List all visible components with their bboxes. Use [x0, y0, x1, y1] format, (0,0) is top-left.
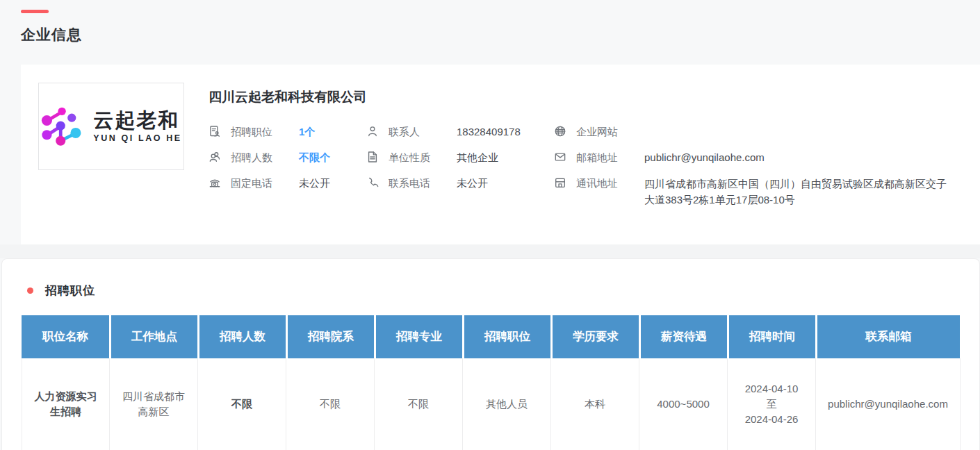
jobs-table: 职位名称 工作地点 招聘人数 招聘院系 招聘专业 招聘职位 学历要求 薪资待遇 … [22, 315, 960, 450]
field-job-positions: 招聘职位 1个 [209, 124, 366, 139]
field-headcount: 招聘人数 不限个 [209, 150, 366, 165]
field-label: 固定电话 [231, 176, 282, 190]
company-info: 四川云起老和科技有限公司 招聘职位 1个 联系人 18328409178 [209, 83, 952, 208]
field-value[interactable]: 其他企业 [457, 150, 498, 165]
field-label: 企业网站 [576, 124, 628, 139]
company-info-grid: 招聘职位 1个 联系人 18328409178 企业网站 [209, 124, 952, 208]
company-name: 四川云起老和科技有限公司 [209, 88, 952, 106]
page-title: 企业信息 [21, 25, 980, 44]
field-company-type: 单位性质 其他企业 [366, 150, 554, 165]
building-icon [554, 176, 566, 189]
job-list-icon [209, 125, 221, 138]
cell-salary: 4000~5000 [639, 358, 728, 450]
jobs-section-title: 招聘职位 [45, 283, 95, 299]
accent-dash [21, 10, 49, 13]
field-value: 未公开 [299, 176, 330, 190]
bullet-icon [27, 288, 33, 294]
field-address: 通讯地址 四川省成都市高新区中国（四川）自由贸易试验区成都高新区交子大道383号… [554, 176, 952, 208]
cell-recruit-time: 2024-04-10 至 2024-04-26 [728, 358, 816, 450]
globe-icon [554, 125, 566, 138]
file-icon [366, 151, 379, 163]
logo-text: 云起老和 YUN QI LAO HE [93, 110, 182, 144]
cell-job-category: 其他人员 [463, 358, 551, 450]
col-header-work-location: 工作地点 [109, 315, 197, 358]
field-label: 招聘人数 [231, 150, 282, 165]
cell-education: 本科 [551, 358, 639, 450]
company-card: 云起老和 YUN QI LAO HE 四川云起老和科技有限公司 招聘职位 1个 … [21, 65, 980, 244]
field-contact-phone: 联系电话 未公开 [366, 176, 554, 190]
mail-icon [554, 151, 566, 163]
col-header-headcount: 招聘人数 [197, 315, 286, 358]
field-contact-person: 联系人 18328409178 [366, 124, 554, 139]
section-divider [0, 244, 980, 258]
col-header-recruit-time: 招聘时间 [727, 315, 815, 358]
col-header-salary: 薪资待遇 [639, 315, 727, 358]
people-icon [209, 151, 221, 163]
cell-position-name[interactable]: 人力资源实习生招聘 [22, 358, 110, 450]
field-email: 邮箱地址 publichr@yunqilaohe.com [554, 150, 952, 165]
handset-icon [366, 176, 379, 189]
cell-major: 不限 [375, 358, 463, 450]
col-header-contact-email: 联系邮箱 [815, 315, 960, 358]
field-value: 未公开 [457, 176, 488, 190]
logo-cn-text: 云起老和 [93, 110, 182, 132]
cell-contact-email: publichr@yunqilaohe.com [816, 358, 961, 450]
col-header-job-category: 招聘职位 [462, 315, 550, 358]
field-label: 联系电话 [389, 176, 440, 190]
jobs-card: 招聘职位 职位名称 工作地点 招聘人数 招聘院系 招聘专业 招聘职位 学历要求 … [1, 258, 980, 450]
cell-headcount: 不限 [198, 358, 286, 450]
company-logo: 云起老和 YUN QI LAO HE [38, 83, 184, 170]
field-label: 通讯地址 [576, 176, 628, 190]
jobs-table-row[interactable]: 人力资源实习生招聘 四川省成都市高新区 不限 不限 不限 其他人员 本科 400… [22, 358, 960, 450]
molecule-logo-icon [40, 103, 86, 149]
jobs-section-header: 招聘职位 [2, 283, 979, 299]
col-header-department: 招聘院系 [286, 315, 374, 358]
field-value: 四川省成都市高新区中国（四川）自由贸易试验区成都高新区交子大道383号2栋1单元… [644, 176, 952, 208]
field-label: 联系人 [389, 124, 440, 139]
field-value: 18328409178 [457, 124, 521, 139]
logo-en-text: YUN QI LAO HE [93, 133, 182, 143]
field-value: 不限个 [299, 150, 330, 165]
cell-department: 不限 [286, 358, 375, 450]
field-value[interactable]: 1个 [299, 124, 315, 139]
field-label: 邮箱地址 [576, 150, 628, 165]
field-label: 招聘职位 [231, 124, 282, 139]
person-icon [366, 125, 379, 138]
col-header-education: 学历要求 [550, 315, 639, 358]
col-header-position-name: 职位名称 [22, 315, 109, 358]
field-value[interactable]: publichr@yunqilaohe.com [644, 150, 765, 165]
page-header: 企业信息 [0, 0, 980, 65]
field-label: 单位性质 [389, 150, 440, 165]
telephone-icon [209, 176, 221, 189]
field-fixed-phone: 固定电话 未公开 [209, 176, 366, 190]
jobs-table-header-row: 职位名称 工作地点 招聘人数 招聘院系 招聘专业 招聘职位 学历要求 薪资待遇 … [22, 315, 960, 358]
col-header-major: 招聘专业 [374, 315, 462, 358]
cell-work-location: 四川省成都市高新区 [110, 358, 198, 450]
field-company-website: 企业网站 [554, 124, 952, 139]
